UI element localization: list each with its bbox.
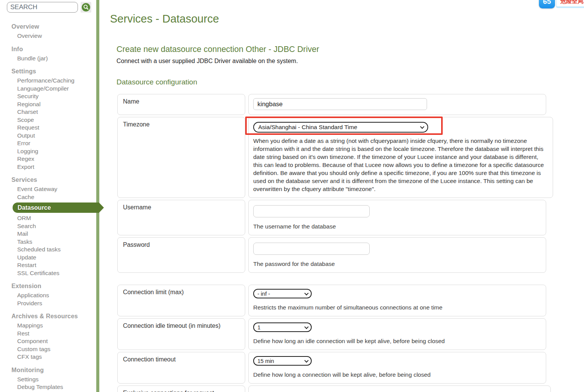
form-row: Name	[117, 94, 546, 115]
limit-description: Restricts the maximum number of simultan…	[253, 303, 541, 311]
create-datasource-heading: Create new datasource connection Other -…	[116, 45, 584, 54]
form-row-content: 1Define how long an idle connection will…	[248, 318, 546, 350]
sidebar-divider	[96, 0, 99, 392]
form-row: Timezone Asia/Shanghai - China Standard …	[117, 117, 546, 198]
sidebar: Overview Overview Info Bundle (jar) Sett…	[0, 0, 96, 392]
timeout-select-value: 15 min	[257, 358, 274, 364]
sidebar-item-scope[interactable]: Scope	[0, 116, 96, 124]
timezone-select-value: Asia/Shanghai - China Standard Time	[258, 124, 357, 131]
sidebar-item-language-compiler[interactable]: Language/Compiler	[0, 85, 96, 93]
sidebar-item-security[interactable]: Security	[0, 92, 96, 100]
sidebar-item-request[interactable]: Request	[0, 124, 96, 132]
overlay-badge-icon[interactable]: 65	[539, 0, 555, 8]
sidebar-item-orm[interactable]: ORM	[0, 214, 96, 222]
sidebar-item-output[interactable]: Output	[0, 132, 96, 140]
sidebar-item-applications[interactable]: Applications	[0, 292, 96, 300]
sidebar-section: Settings Performance/CachingLanguage/Com…	[0, 67, 96, 171]
sidebar-item-datasource[interactable]: Datasource	[13, 202, 104, 213]
sidebar-item-cfx-tags[interactable]: CFX tags	[0, 353, 96, 361]
sidebar-section-title: Services	[0, 176, 96, 184]
datasource-form: Name Timezone Asia/Shanghai - China Stan…	[117, 94, 546, 392]
form-row: Connection idle timeout (in minutes) 1De…	[117, 318, 546, 350]
sidebar-section: Services Event GatewayCacheDatasourceORM…	[0, 176, 96, 277]
sidebar-section-items: Overview	[0, 32, 96, 40]
form-row-content: Asia/Shanghai - China Standard TimeWhen …	[248, 117, 553, 198]
sidebar-item-search[interactable]: Search	[0, 222, 96, 230]
form-row-label: Connection limit (max)	[117, 285, 245, 316]
browser-overlay-widget: 65 危险全局工作	[539, 0, 584, 15]
sidebar-item-regional[interactable]: Regional	[0, 100, 96, 109]
sidebar-section-title: Monitoring	[0, 366, 96, 374]
sidebar-section-items: Performance/CachingLanguage/CompilerSecu…	[0, 77, 96, 171]
timeout-select-wrap: 15 min	[253, 356, 312, 366]
username-description: The username for the database	[253, 222, 541, 230]
form-row: Connection timeout 15 minDefine how long…	[117, 352, 546, 384]
sidebar-item-providers[interactable]: Providers	[0, 300, 96, 308]
idle-select-value: 1	[257, 324, 260, 330]
chevron-down-icon	[420, 125, 424, 129]
sidebar-item-component[interactable]: Component	[0, 337, 96, 345]
sidebar-section-title: Settings	[0, 67, 96, 75]
main-content: Services - Datasource Create new datasou…	[99, 0, 584, 392]
sidebar-item-settings[interactable]: Settings	[0, 376, 96, 384]
limit-select[interactable]: - inf -	[253, 289, 312, 298]
form-row: Exclusive connections for request This f…	[117, 386, 546, 392]
sidebar-item-rest[interactable]: Rest	[0, 330, 96, 338]
chevron-down-icon	[304, 324, 309, 329]
timeout-select[interactable]: 15 min	[253, 356, 312, 366]
sidebar-item-error[interactable]: Error	[0, 139, 96, 147]
sidebar-section-title: Overview	[0, 23, 96, 31]
sidebar-item-bundle-jar[interactable]: Bundle (jar)	[0, 55, 96, 63]
sidebar-item-update[interactable]: Update	[0, 254, 96, 262]
search-button[interactable]	[81, 2, 91, 13]
sidebar-item-debug-templates[interactable]: Debug Templates	[0, 383, 96, 391]
username-field[interactable]	[253, 205, 370, 217]
timezone-description: When you define a date as a string (not …	[253, 137, 548, 193]
sidebar-item-charset[interactable]: Charset	[0, 108, 96, 116]
form-row-label: Exclusive connections for request	[117, 386, 245, 392]
page-title: Services - Datasource	[110, 13, 584, 25]
chevron-down-icon	[304, 358, 309, 362]
timeout-description: Define how long a connection will be kep…	[253, 371, 541, 379]
sidebar-item-performance-caching[interactable]: Performance/Caching	[0, 77, 96, 85]
idle-select-wrap: 1	[253, 322, 312, 332]
datasource-configuration-heading: Datasource configuration	[116, 78, 584, 86]
form-row-label: Username	[117, 200, 245, 235]
chevron-down-icon	[304, 291, 309, 295]
sidebar-item-custom-tags[interactable]: Custom tags	[0, 345, 96, 353]
sidebar-item-mail[interactable]: Mail	[0, 230, 96, 238]
overlay-label[interactable]: 危险全局工作	[556, 0, 584, 7]
limit-select-wrap: - inf -	[253, 289, 312, 298]
sidebar-section-items: ApplicationsProviders	[0, 292, 96, 307]
name-field[interactable]	[253, 98, 427, 110]
idle-select[interactable]: 1	[253, 322, 312, 332]
sidebar-item-regex[interactable]: Regex	[0, 155, 96, 163]
sidebar-item-cache[interactable]: Cache	[0, 193, 96, 201]
sidebar-section-items: Bundle (jar)	[0, 55, 96, 63]
search-input[interactable]	[7, 2, 78, 13]
form-row: Connection limit (max) - inf -Restricts …	[117, 285, 546, 316]
sidebar-item-tasks[interactable]: Tasks	[0, 238, 96, 246]
form-row-content: The password for the database	[248, 237, 546, 273]
sidebar-item-ssl-certificates[interactable]: SSL Certificates	[0, 269, 96, 277]
form-row-content	[248, 94, 546, 115]
sidebar-item-overview[interactable]: Overview	[0, 32, 96, 40]
sidebar-section: Extension ApplicationsProviders	[0, 282, 96, 307]
sidebar-item-export[interactable]: Export	[0, 163, 96, 171]
sidebar-section-title: Info	[0, 45, 96, 53]
form-row-content: This feature is experimental. If you hav…	[248, 386, 551, 392]
sidebar-item-event-gateway[interactable]: Event Gateway	[0, 185, 96, 193]
timezone-select[interactable]: Asia/Shanghai - China Standard Time	[253, 122, 428, 133]
form-row-label: Connection timeout	[117, 352, 245, 384]
sidebar-section-title: Archives & Resources	[0, 312, 96, 320]
sidebar-section: Monitoring SettingsDebug TemplatesLogs	[0, 366, 96, 392]
sidebar-item-scheduled-tasks[interactable]: Scheduled tasks	[0, 246, 96, 254]
sidebar-nav: Overview Overview Info Bundle (jar) Sett…	[0, 18, 96, 392]
sidebar-item-restart[interactable]: Restart	[0, 261, 96, 269]
sidebar-item-logging[interactable]: Logging	[0, 147, 96, 156]
form-row: Password The password for the database	[117, 237, 546, 273]
sidebar-section: Overview Overview	[0, 23, 96, 40]
password-field[interactable]	[253, 243, 370, 255]
timezone-select-wrap: Asia/Shanghai - China Standard Time	[253, 121, 428, 133]
sidebar-item-mappings[interactable]: Mappings	[0, 322, 96, 330]
